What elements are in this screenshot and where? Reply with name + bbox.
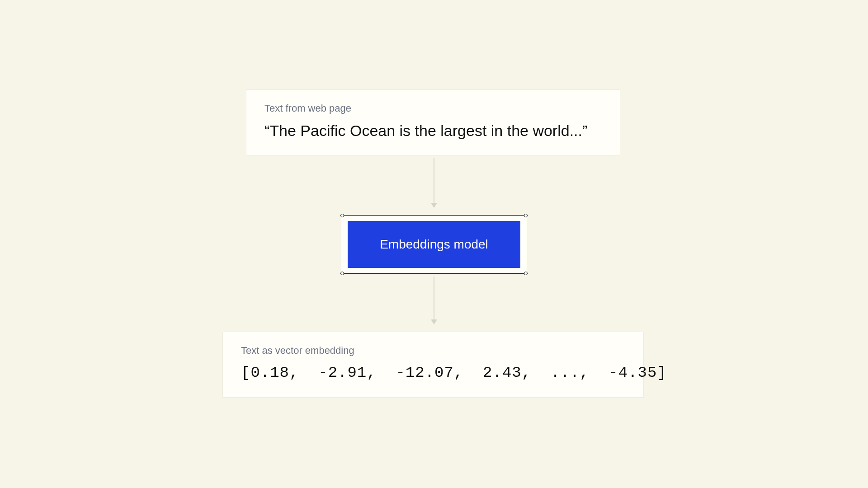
selection-handle-icon [340, 214, 344, 217]
embeddings-diagram: Text from web page “The Pacific Ocean is… [105, 60, 763, 428]
input-text-card: Text from web page “The Pacific Ocean is… [246, 89, 620, 155]
selection-handle-icon [340, 272, 344, 275]
model-label: Embeddings model [380, 237, 488, 252]
selection-handle-icon [524, 214, 528, 217]
embeddings-model-node: Embeddings model [342, 215, 526, 274]
output-vector: [0.18, -2.91, -12.07, 2.43, ..., -4.35] [241, 363, 625, 383]
input-text: “The Pacific Ocean is the largest in the… [264, 121, 602, 141]
model-box: Embeddings model [348, 221, 520, 268]
arrow-down-icon [431, 158, 437, 208]
arrow-down-icon [431, 277, 437, 324]
output-vector-card: Text as vector embedding [0.18, -2.91, -… [222, 332, 644, 398]
input-label: Text from web page [264, 103, 602, 114]
selection-handle-icon [524, 272, 528, 275]
output-label: Text as vector embedding [241, 345, 625, 357]
